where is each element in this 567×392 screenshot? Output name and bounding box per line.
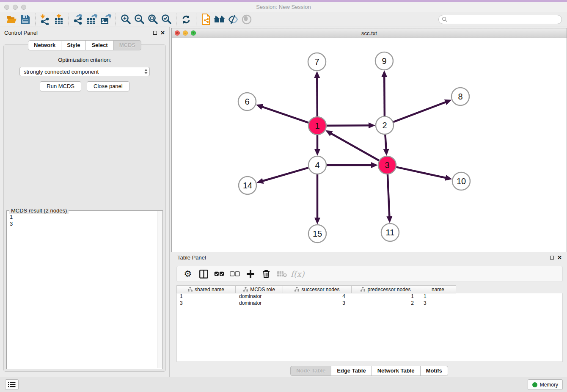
show-graphics-details-icon[interactable]: [240, 13, 253, 26]
graph-edge-2-9[interactable]: [384, 75, 385, 116]
refresh-icon[interactable]: [179, 13, 193, 26]
table-cell[interactable]: dominator: [236, 300, 284, 307]
node-label-4: 4: [315, 160, 319, 170]
search-field[interactable]: [438, 15, 562, 24]
import-table-icon[interactable]: [52, 13, 66, 26]
edge-arrowhead: [369, 122, 375, 128]
table-cell[interactable]: 1: [177, 293, 236, 300]
tab-network-table[interactable]: Network Table: [372, 366, 421, 376]
table-cell[interactable]: 1: [352, 293, 421, 300]
tab-node-table[interactable]: Node Table: [290, 366, 331, 376]
close-panel-icon[interactable]: ✕: [160, 30, 165, 36]
graph-edge-4-14[interactable]: [261, 168, 308, 181]
table-panel-header: Table Panel ✕: [171, 252, 567, 263]
float-panel-icon[interactable]: [153, 31, 157, 35]
control-panel-header: Control Panel ✕: [0, 27, 169, 38]
search-icon: [442, 17, 447, 22]
node-table: shared nameMCDS rolesuccessor nodesprede…: [176, 285, 563, 362]
network-window-controls: ✕ − +: [175, 30, 196, 36]
graph-edge-1-2[interactable]: [327, 125, 370, 126]
export-image-icon[interactable]: [99, 13, 113, 26]
column-header-MCDS-role[interactable]: MCDS role: [236, 285, 283, 293]
column-header-successor-nodes[interactable]: successor nodes: [283, 285, 352, 293]
tab-mcds[interactable]: MCDS: [114, 40, 141, 50]
hierarchy-icon: [188, 287, 193, 292]
criterion-select[interactable]: strongly connected component: [19, 67, 150, 76]
column-label: name: [432, 287, 444, 293]
delete-columns-icon[interactable]: [259, 268, 273, 280]
open-session-icon[interactable]: [5, 13, 19, 26]
network-canvas[interactable]: 7968124314101511: [172, 38, 567, 252]
zoom-out-icon[interactable]: [132, 13, 146, 26]
network-window-titlebar[interactable]: ✕ − + scc.txt: [172, 28, 567, 38]
table-cell[interactable]: 1: [421, 293, 457, 300]
window-title: Session: New Session: [0, 4, 567, 10]
import-network-icon[interactable]: [39, 13, 52, 26]
zoom-fit-icon[interactable]: [146, 13, 160, 26]
close-panel-button[interactable]: Close panel: [87, 81, 129, 91]
table-row[interactable]: 3dominator323: [177, 300, 562, 307]
memory-status-icon: [532, 382, 537, 387]
task-history-button[interactable]: [5, 379, 19, 390]
close-table-panel-icon[interactable]: ✕: [557, 255, 562, 260]
graph-edge-3-10[interactable]: [396, 167, 447, 178]
network-minimize-button[interactable]: −: [183, 30, 188, 36]
column-header-name[interactable]: name: [420, 285, 456, 293]
tab-network[interactable]: Network: [28, 40, 61, 50]
table-cell[interactable]: 4: [284, 293, 352, 300]
edge-arrowhead: [381, 70, 387, 77]
edge-arrowhead: [371, 162, 378, 168]
column-header-shared-name[interactable]: shared name: [176, 285, 236, 293]
create-column-icon[interactable]: [244, 268, 257, 280]
column-label: shared name: [195, 287, 224, 293]
unselect-all-columns-icon[interactable]: [228, 268, 242, 280]
tab-motifs[interactable]: Motifs: [421, 366, 448, 376]
delete-table-icon[interactable]: [275, 268, 289, 280]
float-table-panel-icon[interactable]: [550, 256, 554, 259]
table-cell[interactable]: dominator: [236, 293, 284, 300]
tab-style[interactable]: Style: [61, 40, 86, 50]
select-arrows-icon: [142, 67, 149, 76]
graph-edge-2-3[interactable]: [385, 135, 386, 151]
network-maximize-button[interactable]: +: [191, 30, 196, 36]
select-all-columns-icon[interactable]: [212, 268, 226, 280]
main-area: Control Panel ✕ NetworkStyleSelectMCDS O…: [0, 27, 567, 377]
control-panel: Control Panel ✕ NetworkStyleSelectMCDS O…: [0, 27, 170, 377]
hide-panels-icon[interactable]: [226, 13, 240, 26]
edge-arrowhead: [314, 149, 320, 156]
application-window: Session: New Session: [0, 0, 567, 392]
table-cell[interactable]: 3: [284, 300, 352, 307]
criterion-value: strongly connected component: [24, 69, 99, 75]
table-cell[interactable]: 2: [352, 300, 421, 307]
graph-edge-2-8[interactable]: [394, 102, 447, 122]
tab-edge-table[interactable]: Edge Table: [331, 366, 372, 376]
network-close-button[interactable]: ✕: [175, 30, 180, 36]
tab-select[interactable]: Select: [86, 40, 113, 50]
graph-edge-1-6[interactable]: [261, 106, 308, 123]
settings-icon[interactable]: ⚙: [181, 268, 195, 280]
network-from-file-icon[interactable]: [199, 13, 213, 26]
show-columns-icon[interactable]: [197, 268, 210, 280]
result-scrollbar[interactable]: [157, 211, 162, 368]
table-panel-title: Table Panel: [177, 254, 206, 261]
export-table-icon[interactable]: [85, 13, 99, 26]
hierarchy-icon: [361, 287, 365, 292]
function-builder-icon[interactable]: f(x): [291, 268, 304, 280]
zoom-selected-icon[interactable]: [160, 13, 173, 26]
column-header-predecessor-nodes[interactable]: predecessor nodes: [352, 285, 420, 293]
graph-edge-3-11[interactable]: [388, 174, 390, 218]
memory-button[interactable]: Memory: [528, 379, 563, 390]
save-session-icon[interactable]: [19, 13, 32, 26]
search-input[interactable]: [449, 17, 561, 22]
zoom-in-icon[interactable]: [119, 13, 132, 26]
home-icon[interactable]: [213, 13, 226, 26]
search-area: [438, 15, 562, 24]
mcds-result-text[interactable]: 1 3: [7, 211, 157, 368]
table-cell[interactable]: 3: [421, 300, 457, 307]
export-network-icon[interactable]: [72, 13, 85, 26]
graph-edge-3-1[interactable]: [330, 133, 379, 161]
graph-edge-1-7[interactable]: [317, 76, 317, 116]
run-mcds-button[interactable]: Run MCDS: [40, 81, 81, 91]
table-cell[interactable]: 3: [177, 300, 236, 307]
table-row[interactable]: 1dominator411: [177, 293, 562, 300]
